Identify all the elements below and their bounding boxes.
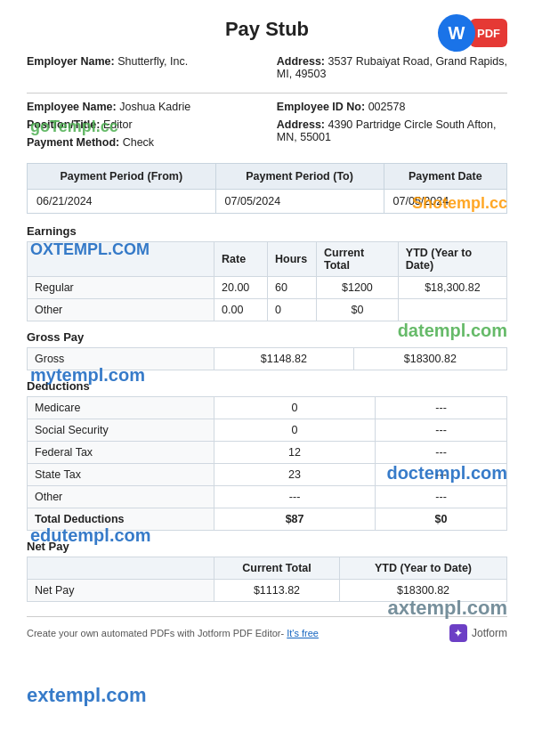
netpay-row-current: $1113.82 [214,580,340,602]
gross-row: Gross $1148.82 $18300.82 [28,348,507,370]
employer-name-value: Shutterfly, Inc. [117,55,188,68]
employee-right: Employee ID No: 002578 Address: 4390 Par… [277,101,507,154]
deductions-row: Total Deductions $87 $0 [28,508,507,531]
deductions-row: Social Security 0 --- [28,419,507,442]
earnings-col-label [28,242,214,277]
deductions-row-current: $87 [214,508,376,531]
deductions-row-label: State Tax [28,464,214,486]
deductions-row-label: Other [28,486,214,508]
employee-address-label: Address: [277,118,325,131]
deductions-row-ytd: --- [376,486,507,508]
earnings-row-rate: 0.00 [214,299,268,321]
logo-badge: W PDF [438,14,507,52]
period-date-value: 07/05/2024 [384,190,506,214]
deductions-row-ytd: $0 [376,508,507,531]
jotform-label: Jotform [472,627,507,639]
pdf-icon: PDF [470,19,507,47]
employee-id-label: Employee ID No: [277,101,365,113]
earnings-row-ytd: $18,300.82 [398,277,506,299]
earnings-row-hours: 0 [268,299,317,321]
word-icon: W [438,14,475,52]
period-to-header: Payment Period (To) [215,164,384,190]
deductions-row-current: 23 [214,464,376,486]
deductions-row: Medicare 0 --- [28,397,507,419]
netpay-col-current: Current Total [214,557,340,580]
earnings-row: Regular 20.00 60 $1200 $18,300.82 [28,277,507,299]
earnings-col-current: Current Total [317,242,399,277]
employee-section: Employee Name: Joshua Kadrie Position/Ti… [27,101,507,154]
deductions-row-ytd: --- [376,442,507,464]
divider-1 [27,93,507,93]
period-from-header: Payment Period (From) [28,164,216,190]
footer-link[interactable]: It's free [287,628,319,638]
employee-id-row: Employee ID No: 002578 [277,101,507,113]
earnings-row-current: $0 [317,299,399,321]
employee-position-row: Position/Title: Editor [27,118,257,131]
earnings-table: Rate Hours Current Total YTD (Year to Da… [27,241,507,321]
employer-address-row: Address: 3537 Rubaiyat Road, Grand Rapid… [277,55,507,80]
netpay-row: Net Pay $1113.82 $18300.82 [28,580,507,602]
deductions-row: Other --- --- [28,486,507,508]
watermark-extempl: extempl.com [27,684,147,707]
employee-position-value: Editor [103,118,133,131]
earnings-row-hours: 60 [268,277,317,299]
period-from-value: 06/21/2024 [28,190,216,214]
deductions-row-ytd: --- [376,397,507,419]
netpay-table: Current Total YTD (Year to Date) Net Pay… [27,557,507,602]
employee-name-row: Employee Name: Joshua Kadrie [27,101,257,113]
earnings-row-ytd [398,299,506,321]
employer-address-label: Address: [277,55,325,68]
earnings-row-label: Other [28,299,214,321]
netpay-title: Net Pay [27,540,507,553]
page-title: Pay Stub [27,18,507,41]
employee-address-row: Address: 4390 Partridge Circle South Aft… [277,118,507,143]
employer-name-label: Employer Name: [27,55,115,68]
footer: Create your own automated PDFs with Jotf… [27,616,507,642]
employer-right: Address: 3537 Rubaiyat Road, Grand Rapid… [277,55,507,85]
employer-section: Employer Name: Shutterfly, Inc. Address:… [27,55,507,85]
earnings-col-rate: Rate [214,242,268,277]
deductions-row: Federal Tax 12 --- [28,442,507,464]
netpay-col-empty [28,557,214,580]
earnings-row-current: $1200 [317,277,399,299]
gross-table: Gross $1148.82 $18300.82 [27,347,507,370]
earnings-col-hours: Hours [268,242,317,277]
employee-left: Employee Name: Joshua Kadrie Position/Ti… [27,101,257,154]
deductions-row-current: 0 [214,397,376,419]
employee-payment-value: Check [123,136,154,149]
deductions-row-label: Total Deductions [28,508,214,531]
netpay-col-ytd: YTD (Year to Date) [340,557,507,580]
deductions-row-ytd: --- [376,419,507,442]
netpay-row-ytd: $18300.82 [340,580,507,602]
employee-name-value: Joshua Kadrie [119,101,190,113]
employee-name-label: Employee Name: [27,101,117,113]
footer-description: Create your own automated PDFs with Jotf… [27,628,284,638]
deductions-row-label: Medicare [28,397,214,419]
employee-id-value: 002578 [368,101,406,113]
jotform-icon: ✦ [449,624,467,642]
gross-label-cell: Gross [28,348,214,370]
employee-payment-label: Payment Method: [27,136,119,149]
earnings-row-rate: 20.00 [214,277,268,299]
employer-left: Employer Name: Shutterfly, Inc. [27,55,257,85]
employer-name-row: Employer Name: Shutterfly, Inc. [27,55,257,68]
footer-text: Create your own automated PDFs with Jotf… [27,628,319,638]
period-to-value: 07/05/2024 [215,190,384,214]
deductions-row-label: Social Security [28,419,214,442]
deductions-row-label: Federal Tax [28,442,214,464]
payment-period-table: Payment Period (From) Payment Period (To… [27,163,507,214]
period-date-header: Payment Date [384,164,506,190]
page: goTempl.cc Shotempl.cc OXTEMPL.COM datem… [0,0,534,756]
gross-label: Gross [35,353,64,365]
deductions-row-current: 12 [214,442,376,464]
deductions-title: Deductions [27,379,507,393]
employee-payment-row: Payment Method: Check [27,136,257,149]
deductions-row-ytd: --- [376,464,507,486]
gross-current: $1148.82 [214,348,354,370]
header: Pay Stub W PDF [27,18,507,41]
deductions-row: State Tax 23 --- [28,464,507,486]
deductions-table: Medicare 0 --- Social Security 0 --- Fed… [27,396,507,531]
earnings-title: Earnings [27,224,507,238]
gross-title: Gross Pay [27,330,507,344]
deductions-row-current: 0 [214,419,376,442]
